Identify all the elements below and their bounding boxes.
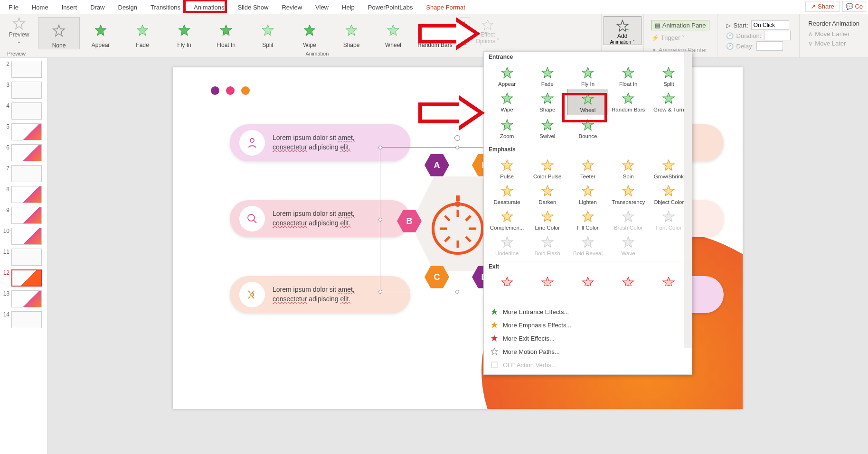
svg-marker-8 (346, 25, 357, 36)
dd-emphasis-fill-color[interactable]: Fill Color (567, 207, 608, 232)
dd-exit-item[interactable] (608, 273, 649, 286)
move-later-button[interactable]: ∨Move Later (808, 38, 859, 48)
dd-emphasis-desaturate[interactable]: Desaturate (487, 181, 527, 207)
comments-button[interactable]: 💬 Co (842, 1, 866, 12)
dd-emphasis-underline[interactable]: Underline (487, 232, 527, 258)
trigger-button[interactable]: ⚡Trigger ˅ (651, 32, 709, 43)
delay-input[interactable] (756, 41, 783, 51)
tab-animations[interactable]: Animations (187, 2, 231, 13)
dd-entrance-wipe[interactable]: Wipe (487, 89, 527, 115)
star-icon (620, 183, 636, 199)
tab-pptlabs[interactable]: PowerPointLabs (361, 2, 420, 13)
dd-entrance-zoom[interactable]: Zoom (487, 115, 527, 141)
dd-emphasis-grow-shrink[interactable]: Grow/Shrink (649, 156, 689, 181)
tab-transitions[interactable]: Transitions (144, 2, 187, 13)
dd-entrance-appear[interactable]: Appear (487, 63, 527, 89)
anim-shape[interactable]: Shape (330, 17, 372, 48)
tab-design[interactable]: Design (112, 2, 144, 13)
dd-emphasis-font-color[interactable]: Font Color (649, 207, 689, 232)
preview-button[interactable]: Preview⌄ (5, 17, 33, 44)
more-entrance-effects[interactable]: More Entrance Effects... (484, 305, 692, 318)
tab-file[interactable]: File (2, 2, 25, 13)
dd-emphasis-teeter[interactable]: Teeter (567, 156, 608, 181)
tab-slideshow[interactable]: Slide Show (231, 2, 275, 13)
dropdown-scrollbar[interactable] (684, 52, 692, 348)
anim-none[interactable]: None (38, 17, 80, 49)
dd-emphasis-wave[interactable]: Wave (608, 232, 649, 258)
slide-canvas-area[interactable]: Lorem ipsum dolor sit amet,consectetur a… (47, 58, 868, 454)
svg-text:+: + (625, 27, 629, 33)
svg-marker-29 (501, 67, 513, 78)
menu-bar: File Home Insert Draw Design Transitions… (0, 0, 868, 14)
anim-flyin[interactable]: Fly In (163, 17, 205, 48)
dd-emphasis-object-color[interactable]: Object Color (649, 181, 689, 207)
dd-entrance-fly-in[interactable]: Fly In (567, 63, 608, 89)
animation-pane-button[interactable]: ▤Animation Pane (651, 20, 709, 30)
dd-exit-item[interactable] (567, 273, 608, 286)
dd-entrance-random-bars[interactable]: Random Bars (608, 89, 649, 115)
svg-marker-44 (582, 160, 594, 170)
svg-point-14 (250, 139, 254, 142)
dd-emphasis-lighten[interactable]: Lighten (567, 181, 608, 207)
dd-emphasis-darken[interactable]: Darken (527, 181, 567, 207)
star-icon (580, 234, 596, 250)
dd-emphasis-complemen-[interactable]: Complemen... (487, 207, 527, 232)
tab-help[interactable]: Help (335, 2, 361, 13)
anim-appear[interactable]: Appear (80, 17, 122, 48)
tab-insert[interactable]: Insert (55, 2, 84, 13)
rotation-handle[interactable] (454, 135, 460, 141)
more-emphasis-effects[interactable]: More Emphasis Effects... (484, 318, 692, 332)
svg-marker-10 (429, 25, 441, 36)
star-icon (481, 19, 494, 31)
tab-draw[interactable]: Draw (84, 2, 111, 13)
slide-thumbnails[interactable]: 2 3 4 5 6 7 8 9 10 11 12 13 14 (0, 58, 47, 454)
dd-emphasis-color-pulse[interactable]: Color Pulse (527, 156, 567, 181)
svg-marker-45 (623, 160, 634, 170)
dd-entrance-swivel[interactable]: Swivel (527, 115, 567, 141)
dd-entrance-fade[interactable]: Fade (527, 63, 567, 89)
dd-emphasis-transparency[interactable]: Transparency (608, 181, 649, 207)
svg-marker-66 (491, 308, 498, 315)
start-select[interactable] (751, 20, 789, 30)
svg-marker-61 (501, 277, 513, 286)
dd-entrance-bounce[interactable]: Bounce (567, 115, 608, 141)
anim-fade[interactable]: Fade (122, 17, 163, 48)
anim-wipe[interactable]: Wipe (289, 17, 330, 48)
dd-exit-item[interactable] (649, 273, 689, 286)
dd-emphasis-brush-color[interactable]: Brush Color (608, 207, 649, 232)
svg-marker-33 (663, 67, 674, 78)
anim-wheel[interactable]: Wheel (372, 17, 414, 48)
dd-exit-item[interactable] (527, 273, 567, 286)
dd-emphasis-spin[interactable]: Spin (608, 156, 649, 181)
tab-home[interactable]: Home (25, 2, 55, 13)
effect-options: EffectOptions ˅ (470, 17, 505, 45)
anim-split[interactable]: Split (247, 17, 289, 48)
tab-shape-format[interactable]: Shape Format (419, 2, 472, 13)
share-button[interactable]: ↗ Share (805, 1, 840, 12)
svg-marker-65 (663, 277, 674, 286)
svg-point-15 (248, 214, 255, 221)
more-motion-paths[interactable]: More Motion Paths... (484, 345, 692, 358)
anim-floatin[interactable]: Float In (205, 17, 247, 48)
move-earlier-button[interactable]: ∧Move Earlier (808, 29, 859, 38)
dd-entrance-shape[interactable]: Shape (527, 89, 567, 115)
svg-marker-52 (501, 211, 513, 222)
thumb-12-active[interactable]: 12 (2, 269, 45, 287)
dd-entrance-wheel[interactable]: Wheel (567, 89, 608, 115)
duration-input[interactable] (764, 31, 791, 40)
dd-emphasis-line-color[interactable]: Line Color (527, 207, 567, 232)
dd-emphasis-bold-reveal[interactable]: Bold Reveal (567, 232, 608, 258)
dd-exit-item[interactable] (487, 273, 527, 286)
star-icon (539, 275, 556, 286)
tab-review[interactable]: Review (275, 2, 309, 13)
more-exit-effects[interactable]: More Exit Effects... (484, 332, 692, 345)
add-animation-button[interactable]: + AddAnimation ˅ (604, 16, 642, 45)
anim-gallery-scroll[interactable]: ▴▾⊟ (459, 17, 470, 47)
tab-view[interactable]: View (309, 2, 335, 13)
dd-emphasis-bold-flash[interactable]: Bold Flash (527, 232, 567, 258)
dd-entrance-grow-turn[interactable]: Grow & Turn (649, 89, 689, 115)
dd-entrance-split[interactable]: Split (649, 63, 689, 89)
dd-entrance-float-in[interactable]: Float In (608, 63, 649, 89)
dd-emphasis-pulse[interactable]: Pulse (487, 156, 527, 181)
anim-random[interactable]: Random Bars (414, 17, 456, 48)
